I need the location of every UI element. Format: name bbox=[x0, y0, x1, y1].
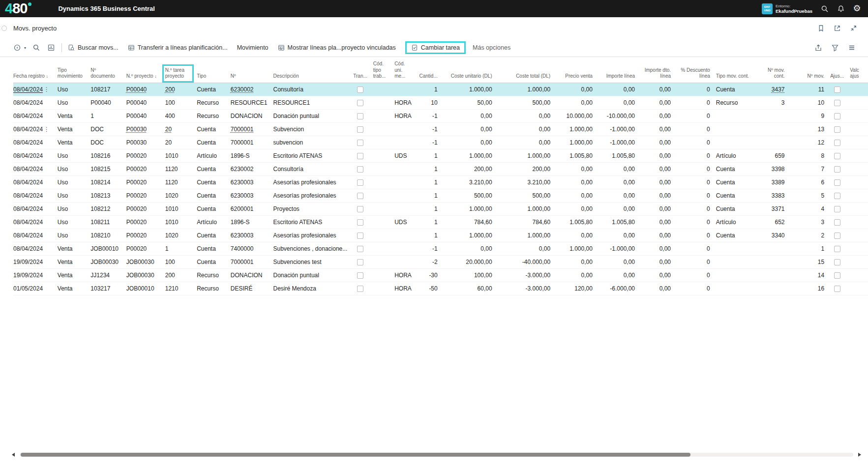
movimiento-menu-button[interactable]: Movimiento bbox=[237, 44, 269, 51]
tran-checkbox[interactable] bbox=[357, 153, 363, 159]
scrollbar-thumb[interactable] bbox=[21, 453, 690, 457]
table-row[interactable]: 08/04/2024⋮Uso108217P00040200Cuenta62300… bbox=[13, 83, 868, 96]
scroll-left-arrow-icon[interactable] bbox=[12, 453, 15, 457]
column-header-tipo_mov[interactable]: Tipo movimiento bbox=[55, 57, 88, 83]
column-header-tipo[interactable]: Tipo bbox=[194, 57, 228, 83]
ajus-checkbox[interactable] bbox=[834, 206, 840, 212]
ajus-checkbox[interactable] bbox=[834, 233, 840, 239]
tran-checkbox[interactable] bbox=[357, 233, 363, 239]
scroll-right-arrow-icon[interactable] bbox=[858, 453, 861, 457]
ajus-checkbox[interactable] bbox=[834, 87, 840, 93]
ajus-checkbox[interactable] bbox=[834, 113, 840, 119]
row-context-menu-icon[interactable]: ⋮ bbox=[44, 126, 52, 133]
ajus-checkbox[interactable] bbox=[834, 272, 840, 279]
column-header-n_doc[interactable]: Nº documento bbox=[88, 57, 123, 83]
ajus-checkbox[interactable] bbox=[834, 286, 840, 292]
chevron-down-icon[interactable]: ▾ bbox=[24, 46, 26, 50]
transferir-lineas-button[interactable]: Transferir a líneas planificación... bbox=[128, 44, 228, 51]
table-row[interactable]: 19/09/2024VentaJOB00030JOB00030100Cuenta… bbox=[13, 255, 868, 268]
tran-checkbox[interactable] bbox=[357, 100, 363, 106]
column-header-cod_tipo[interactable]: Cód. tipo trab... bbox=[370, 57, 391, 83]
back-button[interactable] bbox=[1, 26, 7, 31]
cell-n_mov_cont[interactable]: 3437 bbox=[772, 86, 785, 93]
mas-opciones-button[interactable]: Más opciones bbox=[473, 44, 510, 51]
tran-checkbox[interactable] bbox=[357, 193, 363, 199]
mostrar-lineas-button[interactable]: Mostrar líneas pla...proyecto vinculadas bbox=[278, 44, 396, 51]
cambiar-tarea-button[interactable]: Cambiar tarea bbox=[405, 41, 466, 54]
share-icon[interactable] bbox=[814, 44, 823, 52]
table-row[interactable]: 08/04/2024VentaJOB00010P000201Cuenta7400… bbox=[13, 242, 868, 255]
column-header-n_tarea[interactable]: N.º tarea proyecto bbox=[162, 57, 194, 83]
ajus-checkbox[interactable] bbox=[834, 179, 840, 186]
table-row[interactable]: 08/04/2024Uso108216P000201010Artículo189… bbox=[13, 149, 868, 162]
filter-icon[interactable] bbox=[831, 44, 839, 52]
cell-fecha[interactable]: 08/04/2024 bbox=[13, 86, 43, 93]
bookmark-icon[interactable] bbox=[817, 25, 825, 32]
column-header-coste_unit[interactable]: Coste unitario (DL) bbox=[441, 57, 495, 83]
tran-checkbox[interactable] bbox=[357, 272, 363, 279]
column-header-ajus[interactable]: Ajus... bbox=[827, 57, 847, 83]
cell-n_proyecto[interactable]: P00030 bbox=[126, 126, 147, 133]
tran-checkbox[interactable] bbox=[357, 166, 363, 173]
tran-checkbox[interactable] bbox=[357, 140, 363, 146]
column-header-tran[interactable]: Tran... bbox=[350, 57, 370, 83]
column-header-precio_venta[interactable]: Precio venta bbox=[553, 57, 596, 83]
column-header-tipo_mov_cont[interactable]: Tipo mov. cont. bbox=[713, 57, 753, 83]
tran-checkbox[interactable] bbox=[357, 126, 363, 133]
open-in-new-window-icon[interactable] bbox=[834, 25, 841, 32]
list-layout-icon[interactable] bbox=[848, 44, 856, 52]
ajus-checkbox[interactable] bbox=[834, 166, 840, 173]
table-row[interactable]: 08/04/2024Uso108213P000201020Cuenta62300… bbox=[13, 189, 868, 202]
ajus-checkbox[interactable] bbox=[834, 140, 840, 146]
ajus-checkbox[interactable] bbox=[834, 219, 840, 226]
tran-checkbox[interactable] bbox=[357, 259, 363, 265]
cell-n_proyecto[interactable]: P00040 bbox=[126, 86, 147, 93]
table-row[interactable]: 08/04/2024Uso108215P000201120Cuenta62300… bbox=[13, 162, 868, 175]
analyze-icon[interactable] bbox=[47, 44, 56, 52]
ajus-checkbox[interactable] bbox=[834, 259, 840, 265]
ajus-checkbox[interactable] bbox=[834, 126, 840, 133]
column-header-fecha[interactable]: Fecha registro ↓ bbox=[13, 57, 55, 83]
column-header-importe_dto[interactable]: Importe dto. línea bbox=[638, 57, 674, 83]
scrollbar-track[interactable] bbox=[20, 453, 853, 457]
tran-checkbox[interactable] bbox=[357, 87, 363, 93]
column-header-n_proyecto[interactable]: N.º proyecto ↓ bbox=[123, 57, 162, 83]
table-row[interactable]: 08/04/2024Uso108214P000201120Cuenta62300… bbox=[13, 175, 868, 189]
tran-checkbox[interactable] bbox=[357, 113, 363, 119]
column-header-valc[interactable]: Valc ajus bbox=[847, 57, 868, 83]
table-row[interactable]: 01/05/2024Venta103217JOB000101210Recurso… bbox=[13, 282, 868, 295]
ajus-checkbox[interactable] bbox=[834, 153, 840, 159]
column-header-cod_uni[interactable]: Cód. uni. me... bbox=[391, 57, 416, 83]
table-row[interactable]: 08/04/2024VentaDOCP0003020Cuenta7000001s… bbox=[13, 136, 868, 149]
cell-n[interactable]: 6230002 bbox=[231, 86, 254, 93]
settings-gear-icon[interactable]: ⚙ bbox=[853, 4, 861, 13]
tran-checkbox[interactable] bbox=[357, 219, 363, 226]
tran-checkbox[interactable] bbox=[357, 179, 363, 186]
table-row[interactable]: 08/04/2024⋮VentaDOCP0003020Cuenta7000001… bbox=[13, 122, 868, 136]
environment-badge[interactable]: EKF UND Entorno: EkafundPruebas bbox=[762, 3, 812, 14]
cell-n[interactable]: 7000001 bbox=[231, 126, 254, 133]
notifications-bell-icon[interactable] bbox=[837, 4, 845, 13]
row-context-menu-icon[interactable]: ⋮ bbox=[44, 86, 52, 93]
column-header-coste_total[interactable]: Coste total (DL) bbox=[495, 57, 554, 83]
table-row[interactable]: 19/09/2024VentaJJ1234JOB00030200RecursoD… bbox=[13, 268, 868, 282]
search-list-icon[interactable] bbox=[32, 44, 41, 52]
tran-checkbox[interactable] bbox=[357, 286, 363, 292]
column-header-desc[interactable]: Descripción bbox=[270, 57, 350, 83]
table-row[interactable]: 08/04/2024Uso108211P000201010Artículo189… bbox=[13, 215, 868, 229]
automate-icon[interactable] bbox=[13, 44, 22, 52]
tran-checkbox[interactable] bbox=[357, 206, 363, 212]
tran-checkbox[interactable] bbox=[357, 246, 363, 252]
table-row[interactable]: 08/04/2024Uso108210P000201020Cuenta62300… bbox=[13, 229, 868, 242]
buscar-movs-button[interactable]: Buscar movs... bbox=[68, 44, 119, 51]
table-row[interactable]: 08/04/2024UsoP00040P00040100RecursoRESOU… bbox=[13, 96, 868, 109]
collapse-view-icon[interactable] bbox=[850, 25, 857, 32]
search-icon[interactable] bbox=[820, 4, 829, 13]
table-row[interactable]: 08/04/2024Uso108212P000201010Cuenta62000… bbox=[13, 202, 868, 215]
column-header-desc_pct[interactable]: % Descuento línea bbox=[674, 57, 713, 83]
column-header-n[interactable]: Nº bbox=[228, 57, 270, 83]
cell-n_tarea[interactable]: 200 bbox=[165, 86, 175, 93]
column-header-importe_linea[interactable]: Importe línea bbox=[596, 57, 638, 83]
column-header-n_mov_cont[interactable]: Nº mov. cont. bbox=[753, 57, 787, 83]
ajus-checkbox[interactable] bbox=[834, 100, 840, 106]
